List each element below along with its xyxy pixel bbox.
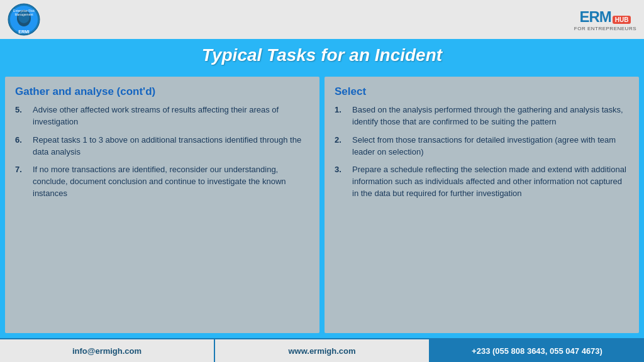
list-text: Select from those transactions for detai…: [352, 134, 629, 158]
list-item: 7. If no more transactions are identifie…: [15, 164, 309, 200]
left-panel-list: 5. Advise other affected work streams of…: [15, 104, 309, 200]
list-num: 5.: [15, 104, 26, 128]
ermi-logo-icon: ERMI Enterprise Risk Management: [8, 3, 40, 36]
right-logo: ERM HUB FOR ENTREPRENEURS: [574, 8, 636, 31]
left-panel-title: Gather and analyse (cont'd): [15, 85, 309, 98]
list-num: 1.: [335, 104, 346, 128]
svg-text:Management: Management: [14, 13, 33, 16]
list-num: 7.: [15, 164, 26, 200]
left-panel: Gather and analyse (cont'd) 5. Advise ot…: [5, 77, 319, 333]
svg-text:ERMI: ERMI: [18, 30, 30, 34]
list-num: 3.: [335, 164, 346, 200]
list-text: Advise other affected work streams of re…: [33, 104, 309, 128]
footer: info@ermigh.com www.ermigh.com +233 (055…: [0, 338, 644, 362]
title-bar: Typical Tasks for an Incident: [0, 39, 644, 72]
list-item: 2. Select from those transactions for de…: [335, 134, 629, 158]
right-panel-list: 1. Based on the analysis performed throu…: [335, 104, 629, 200]
list-num: 6.: [15, 134, 26, 158]
page-title: Typical Tasks for an Incident: [0, 45, 644, 65]
list-text: If no more transactions are identified, …: [33, 164, 309, 200]
erm-text: ERM: [579, 8, 611, 26]
header: ERMI Enterprise Risk Management ERM HUB …: [0, 0, 644, 39]
right-panel-title: Select: [335, 85, 629, 98]
list-item: 6. Repeat tasks 1 to 3 above on addition…: [15, 134, 309, 158]
list-item: 3. Prepare a schedule reflecting the sel…: [335, 164, 629, 200]
footer-phone: +233 (055 808 3643, 055 047 4673): [430, 339, 644, 362]
entrepreneurs-text: FOR ENTREPRENEURS: [574, 26, 636, 31]
list-text: Based on the analysis performed through …: [352, 104, 629, 128]
right-panel: Select 1. Based on the analysis performe…: [325, 77, 639, 333]
list-item: 5. Advise other affected work streams of…: [15, 104, 309, 128]
content-area: Gather and analyse (cont'd) 5. Advise ot…: [0, 72, 644, 338]
left-logo: ERMI Enterprise Risk Management: [8, 3, 40, 36]
list-item: 1. Based on the analysis performed throu…: [335, 104, 629, 128]
page-wrapper: ERMI Enterprise Risk Management ERM HUB …: [0, 0, 644, 362]
footer-website[interactable]: www.ermigh.com: [215, 339, 430, 362]
hub-badge: HUB: [613, 16, 631, 24]
list-text: Prepare a schedule reflecting the select…: [352, 164, 629, 200]
footer-email[interactable]: info@ermigh.com: [0, 339, 215, 362]
list-num: 2.: [335, 134, 346, 158]
list-text: Repeat tasks 1 to 3 above on additional …: [33, 134, 309, 158]
